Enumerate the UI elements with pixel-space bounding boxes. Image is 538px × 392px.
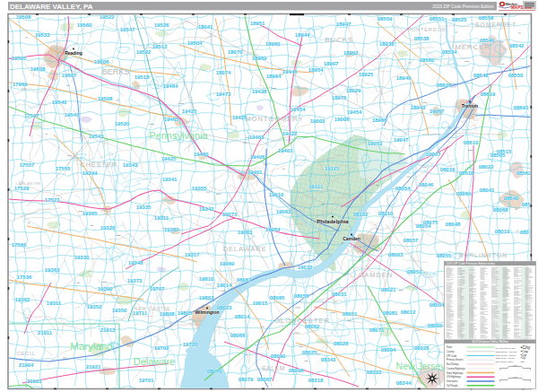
svg-text:19064: 19064 <box>265 227 281 232</box>
svg-text:19406: 19406 <box>250 154 265 160</box>
svg-text:19606: 19606 <box>94 59 109 65</box>
svg-text:19505: 19505 <box>12 56 27 61</box>
svg-text:08057: 08057 <box>404 238 419 243</box>
svg-text:19053: 19053 <box>368 141 383 146</box>
svg-text:08071: 08071 <box>369 327 385 333</box>
svg-text:19707: 19707 <box>150 286 165 292</box>
svg-text:BUCKS: BUCKS <box>325 36 353 44</box>
svg-text:18929: 18929 <box>346 88 361 93</box>
svg-text:08534: 08534 <box>442 49 457 55</box>
svg-text:19454: 19454 <box>291 107 306 112</box>
svg-text:19543: 19543 <box>89 134 104 139</box>
svg-text:19382: 19382 <box>164 227 179 232</box>
svg-text:Toll Roads: Toll Roads <box>447 384 458 388</box>
svg-text:19522: 19522 <box>136 49 152 55</box>
svg-text:08628: 08628 <box>437 83 452 88</box>
svg-text:08322: 08322 <box>367 370 382 375</box>
svg-text:08025: 08025 <box>302 350 317 355</box>
svg-text:19805: 19805 <box>178 310 193 316</box>
svg-text:miles: miles <box>513 364 517 366</box>
svg-text:08009: 08009 <box>428 323 443 328</box>
svg-text:19520: 19520 <box>115 121 130 126</box>
svg-text:19508: 19508 <box>16 14 31 20</box>
svg-text:Pennsylvania: Pennsylvania <box>149 130 208 141</box>
svg-text:19341: 19341 <box>162 177 178 182</box>
svg-text:19363: 19363 <box>45 267 60 273</box>
svg-text:CAMDEN: CAMDEN <box>359 271 394 279</box>
svg-text:19373: 19373 <box>127 278 143 283</box>
svg-text:19608: 19608 <box>30 66 46 72</box>
svg-text:08012: 08012 <box>401 309 416 315</box>
svg-text:19032: 19032 <box>298 265 313 270</box>
svg-text:Maryland: Maryland <box>70 341 112 352</box>
svg-text:19015: 19015 <box>253 301 268 306</box>
svg-text:21913: 21913 <box>100 327 116 333</box>
svg-text:08090: 08090 <box>271 353 286 359</box>
svg-text:DELAWARE: DELAWARE <box>223 245 267 253</box>
svg-text:08004: 08004 <box>430 302 445 308</box>
svg-text:2023 Delaware Valley, PA Map: 2023 Delaware Valley, PA Map <box>472 340 508 344</box>
svg-text:08021: 08021 <box>381 287 396 292</box>
svg-text:18938: 18938 <box>379 41 395 47</box>
svg-text:SOMERSET: SOMERSET <box>475 22 516 28</box>
svg-text:18943: 18943 <box>411 105 426 110</box>
svg-text:18951: 18951 <box>250 21 265 26</box>
svg-text:08619: 08619 <box>481 91 496 97</box>
svg-text:Reading: Reading <box>65 50 82 56</box>
svg-text:08060: 08060 <box>456 191 472 196</box>
svg-text:19446: 19446 <box>282 69 298 74</box>
svg-text:08055: 08055 <box>437 253 452 258</box>
svg-text:18907: 18907 <box>324 61 339 66</box>
svg-text:19047: 19047 <box>394 137 409 143</box>
svg-text:Trenton: Trenton <box>462 103 478 109</box>
svg-text:08640: 08640 <box>504 196 519 201</box>
svg-text:18070: 18070 <box>228 49 243 55</box>
svg-text:19454: 19454 <box>347 109 362 115</box>
svg-text:CECIL: CECIL <box>16 351 36 356</box>
svg-text:19541: 19541 <box>65 112 80 118</box>
svg-text:19355: 19355 <box>192 186 207 191</box>
svg-text:08041: 08041 <box>480 187 495 193</box>
svg-text:19401: 19401 <box>247 170 263 175</box>
svg-text:19473: 19473 <box>216 91 231 97</box>
svg-text:19320: 19320 <box>100 225 116 231</box>
svg-text:08067: 08067 <box>257 377 273 382</box>
svg-text:19403: 19403 <box>249 135 265 140</box>
svg-text:08051: 08051 <box>343 311 358 317</box>
svg-text:19465: 19465 <box>164 117 179 122</box>
svg-text:18074: 18074 <box>216 70 231 75</box>
svg-text:08085: 08085 <box>270 295 285 301</box>
svg-text:•City: •City <box>521 353 527 357</box>
svg-text:19073: 19073 <box>222 212 238 217</box>
svg-text:17527: 17527 <box>45 197 60 203</box>
svg-text:2023 ZIP Code Premium Edition: 2023 ZIP Code Premium Edition <box>432 4 494 9</box>
svg-text:18925: 18925 <box>359 72 374 77</box>
svg-text:08048: 08048 <box>446 222 461 227</box>
svg-text:18964: 18964 <box>266 74 282 79</box>
svg-text:BURLINGTON: BURLINGTON <box>459 252 508 258</box>
svg-text:17566: 17566 <box>12 242 27 248</box>
svg-text:GLOUCESTER: GLOUCESTER <box>274 317 330 325</box>
svg-text:19460: 19460 <box>194 152 209 157</box>
svg-text:19547: 19547 <box>120 27 135 32</box>
svg-text:SALEM: SALEM <box>262 365 285 371</box>
svg-text:19010: 19010 <box>269 192 284 197</box>
svg-text:MONTGOMERY: MONTGOMERY <box>245 115 303 123</box>
svg-text:State: State <box>447 345 453 349</box>
svg-text:19425: 19425 <box>161 156 177 161</box>
svg-text:19803: 19803 <box>199 295 214 301</box>
svg-text:19348: 19348 <box>128 260 143 266</box>
svg-text:18969: 18969 <box>252 56 267 61</box>
svg-text:21911: 21911 <box>38 330 53 335</box>
svg-text:19720: 19720 <box>183 342 198 347</box>
svg-text:08014: 08014 <box>235 314 250 319</box>
svg-text:08028: 08028 <box>334 341 349 346</box>
svg-text:17529: 17529 <box>14 186 30 191</box>
svg-text:19342: 19342 <box>199 206 214 212</box>
svg-text:08328: 08328 <box>414 345 430 351</box>
svg-text:08031: 08031 <box>332 292 347 297</box>
svg-text:MAPS: MAPS <box>511 5 523 10</box>
svg-text:19063: 19063 <box>276 209 291 214</box>
svg-text:19115: 19115 <box>325 166 340 171</box>
svg-text:Primary Streets: Primary Streets <box>447 358 464 362</box>
